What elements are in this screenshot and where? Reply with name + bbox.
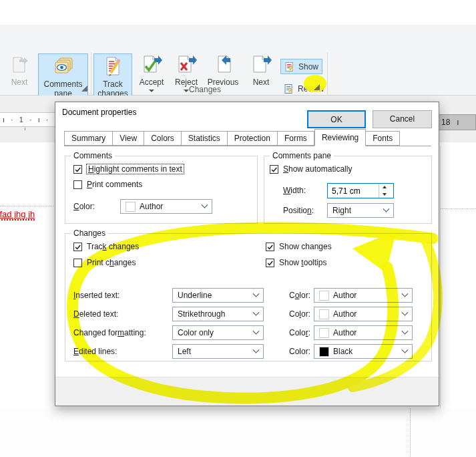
button-label: Next bbox=[253, 78, 270, 87]
horizontal-ruler-left: ı · 1 · ı · 2 · bbox=[0, 112, 55, 127]
tab-colors[interactable]: Colors bbox=[144, 131, 182, 146]
comments-pane-icon bbox=[52, 55, 75, 77]
width-label: Width: bbox=[283, 183, 306, 198]
tab-summary[interactable]: Summary bbox=[64, 131, 113, 146]
comments-color-dropdown[interactable]: Author bbox=[120, 199, 212, 214]
checkbox-checked-icon bbox=[266, 243, 274, 251]
tracked-change-text: sfad jhg jh bbox=[0, 209, 53, 220]
edited-lines-style-dropdown[interactable]: Left bbox=[172, 344, 264, 359]
pane-position-dropdown[interactable]: Right bbox=[327, 203, 394, 218]
deleted-color-dropdown[interactable]: Author bbox=[314, 307, 413, 321]
color-swatch bbox=[319, 347, 329, 357]
print-comments-checkbox[interactable]: Print comments bbox=[73, 180, 142, 189]
ribbon-group-label: Changes bbox=[189, 85, 221, 94]
changes-group-launcher-icon[interactable] bbox=[314, 84, 320, 90]
comments-group-launcher-icon[interactable] bbox=[81, 86, 87, 92]
button-label: Next bbox=[11, 78, 28, 87]
button-label-line1: Track bbox=[103, 80, 123, 89]
button-label-line1: Comments bbox=[43, 80, 82, 89]
inserted-text-style-dropdown[interactable]: Underline bbox=[172, 288, 264, 303]
color-swatch bbox=[319, 291, 329, 301]
color-swatch bbox=[319, 309, 329, 319]
dropdown-arrow-icon[interactable] bbox=[149, 90, 154, 92]
review-icon bbox=[284, 84, 294, 94]
show-automatically-checkbox[interactable]: Show automatically bbox=[270, 164, 352, 174]
deleted-color-label: Color: bbox=[289, 307, 310, 321]
tab-fonts[interactable]: Fonts bbox=[366, 131, 400, 146]
tab-view[interactable]: View bbox=[113, 131, 144, 146]
checkbox-checked-icon bbox=[266, 259, 274, 267]
tab-statistics[interactable]: Statistics bbox=[182, 131, 228, 146]
document-page-bottom bbox=[0, 408, 476, 457]
dialog-title: Document properties bbox=[62, 108, 136, 117]
formatting-color-label: Color: bbox=[289, 325, 310, 340]
show-tooltips-checkbox[interactable]: Show tooltips bbox=[266, 258, 326, 267]
text-margin-guide bbox=[441, 208, 476, 209]
chevron-down-icon bbox=[202, 201, 208, 208]
horizontal-ruler-right: 18 ı bbox=[435, 114, 476, 130]
position-label: Position: bbox=[283, 203, 314, 218]
group-legend: Changes bbox=[71, 228, 108, 238]
ruler-tick bbox=[25, 128, 25, 130]
ok-button[interactable]: OK bbox=[307, 110, 366, 128]
spinner-up-button[interactable] bbox=[379, 184, 390, 191]
checkbox-checked-icon bbox=[73, 165, 82, 174]
inserted-color-dropdown[interactable]: Author bbox=[314, 288, 413, 303]
pane-width-spinner bbox=[327, 183, 394, 198]
button-label: Accept bbox=[140, 78, 164, 87]
chevron-down-icon bbox=[402, 309, 409, 315]
checkbox-unchecked-icon bbox=[73, 180, 82, 189]
formatting-color-dropdown[interactable]: Author bbox=[314, 325, 413, 340]
track-changes-checkbox[interactable]: Track changes bbox=[73, 242, 139, 251]
spinner-down-button[interactable] bbox=[379, 191, 390, 198]
group-legend: Comments bbox=[71, 151, 115, 160]
deleted-text-style-dropdown[interactable]: Strikethrough bbox=[172, 307, 264, 321]
show-icon bbox=[284, 61, 295, 72]
cancel-button[interactable]: Cancel bbox=[373, 110, 432, 128]
tab-protection[interactable]: Protection bbox=[228, 131, 278, 146]
button-label: Show bbox=[298, 62, 318, 71]
chevron-down-icon bbox=[253, 309, 260, 315]
down-arrow-icon bbox=[383, 193, 387, 196]
comments-group: Comments Highlight comments in text Prin… bbox=[65, 156, 258, 224]
changed-formatting-label: Changed formatting: bbox=[73, 325, 146, 340]
previous-icon bbox=[212, 53, 234, 75]
comments-pane-group: Comments pane Show automatically Width: … bbox=[264, 156, 432, 224]
up-arrow-icon bbox=[383, 186, 387, 188]
tab-forms[interactable]: Forms bbox=[278, 131, 314, 146]
reject-icon bbox=[176, 53, 197, 75]
changed-formatting-style-dropdown[interactable]: Color only bbox=[172, 325, 264, 340]
checkbox-checked-icon bbox=[270, 165, 278, 174]
dialog-footer bbox=[55, 377, 439, 406]
edited-lines-color-dropdown[interactable]: Black bbox=[314, 344, 413, 359]
document-next-disabled-icon bbox=[9, 53, 30, 75]
tab-strip: Summary View Colors Statistics Protectio… bbox=[64, 129, 400, 146]
chevron-down-icon bbox=[253, 290, 260, 297]
print-changes-checkbox[interactable]: Print changes bbox=[73, 258, 136, 267]
checkbox-checked-icon bbox=[73, 243, 82, 251]
chevron-down-icon bbox=[402, 346, 409, 353]
checkbox-unchecked-icon bbox=[73, 259, 82, 267]
text-margin-guide bbox=[0, 206, 53, 206]
chevron-down-icon bbox=[253, 327, 260, 334]
show-changes-button[interactable]: Show bbox=[280, 59, 322, 74]
ruler-number: 18 bbox=[441, 115, 450, 130]
color-swatch bbox=[126, 202, 136, 212]
accept-icon bbox=[141, 53, 162, 75]
deleted-text-label: Deleted text: bbox=[73, 307, 118, 321]
dropdown-arrow-icon[interactable] bbox=[184, 90, 189, 92]
tab-reviewing[interactable]: Reviewing bbox=[314, 129, 366, 146]
inserted-text-label: Inserted text: bbox=[73, 288, 120, 303]
inserted-color-label: Color: bbox=[289, 288, 310, 303]
next-icon bbox=[250, 53, 272, 75]
chevron-down-icon bbox=[402, 290, 409, 297]
group-legend: Comments pane bbox=[270, 151, 334, 160]
comments-color-label: Color: bbox=[73, 199, 95, 214]
pane-width-input[interactable] bbox=[328, 184, 379, 198]
show-changes-checkbox[interactable]: Show changes bbox=[266, 242, 332, 251]
text-margin-guide bbox=[410, 408, 411, 457]
chevron-down-icon bbox=[253, 346, 260, 353]
tab-baseline bbox=[64, 146, 431, 146]
highlight-comments-checkbox[interactable]: Highlight comments in text bbox=[73, 164, 184, 174]
ribbon: Next Comments pane Track changes A bbox=[0, 25, 476, 96]
